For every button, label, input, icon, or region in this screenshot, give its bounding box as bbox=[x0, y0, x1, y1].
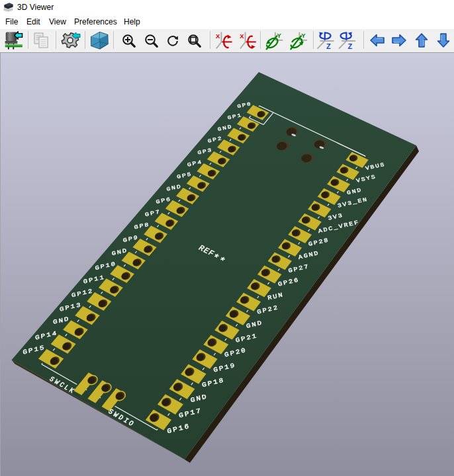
svg-text:Y: Y bbox=[301, 32, 306, 39]
svg-text:X: X bbox=[240, 32, 244, 40]
svg-text:X: X bbox=[216, 32, 220, 40]
svg-text:Y: Y bbox=[277, 32, 282, 39]
svg-text:Z: Z bbox=[348, 42, 353, 50]
svg-text:Z: Z bbox=[326, 42, 331, 50]
